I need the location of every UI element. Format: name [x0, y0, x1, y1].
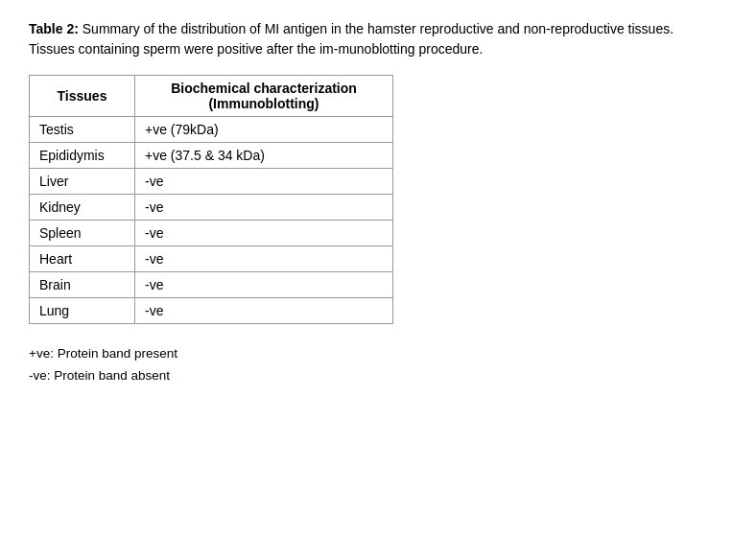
col-header-tissues: Tissues: [30, 76, 135, 117]
footnote-negative: -ve: Protein band absent: [29, 365, 727, 387]
cell-tissue: Brain: [30, 272, 135, 298]
table-row: Heart-ve: [30, 246, 393, 272]
cell-tissue: Lung: [30, 298, 135, 324]
table-row: Kidney-ve: [30, 195, 393, 221]
table-row: Lung-ve: [30, 298, 393, 324]
cell-result: -ve: [135, 195, 393, 221]
cell-tissue: Spleen: [30, 221, 135, 246]
cell-tissue: Heart: [30, 246, 135, 272]
table-row: Liver-ve: [30, 169, 393, 195]
cell-tissue: Kidney: [30, 195, 135, 221]
cell-result: -ve: [135, 221, 393, 246]
caption-label: Table 2:: [29, 21, 79, 36]
data-table: Tissues Biochemical characterization (Im…: [29, 75, 393, 324]
cell-tissue: Epididymis: [30, 143, 135, 169]
cell-tissue: Testis: [30, 117, 135, 143]
col-header-biochemical: Biochemical characterization (Immunoblot…: [135, 76, 393, 117]
table-row: Spleen-ve: [30, 221, 393, 246]
footnote-positive: +ve: Protein band present: [29, 343, 727, 365]
cell-result: +ve (79kDa): [135, 117, 393, 143]
table-row: Brain-ve: [30, 272, 393, 298]
table-row: Testis+ve (79kDa): [30, 117, 393, 143]
cell-result: -ve: [135, 246, 393, 272]
table-row: Epididymis+ve (37.5 & 34 kDa): [30, 143, 393, 169]
cell-result: -ve: [135, 272, 393, 298]
table-caption: Table 2: Summary of the distribution of …: [29, 19, 700, 59]
cell-result: -ve: [135, 169, 393, 195]
cell-tissue: Liver: [30, 169, 135, 195]
caption-text: Summary of the distribution of MI antige…: [29, 21, 673, 57]
cell-result: -ve: [135, 298, 393, 324]
footnotes: +ve: Protein band present -ve: Protein b…: [29, 343, 727, 387]
cell-result: +ve (37.5 & 34 kDa): [135, 143, 393, 169]
